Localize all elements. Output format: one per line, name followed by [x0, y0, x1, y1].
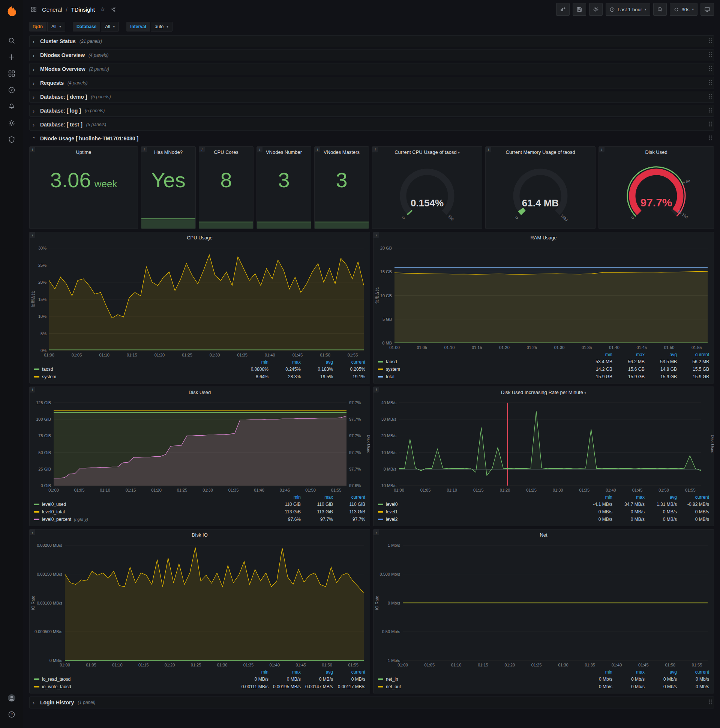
panel-title[interactable]: Current CPU Usage of taosd ▾ — [372, 147, 482, 157]
legend-column-header[interactable]: avg — [301, 359, 333, 365]
legend-series-name[interactable]: net_in — [378, 677, 580, 682]
panel-info-icon[interactable]: i — [372, 147, 378, 152]
configuration-gear-icon[interactable] — [3, 115, 20, 132]
legend-column-header[interactable]: current — [677, 495, 709, 500]
panel-info-icon[interactable]: i — [599, 147, 604, 152]
legend-column-header[interactable]: current — [333, 670, 365, 675]
cpu-usage-chart[interactable]: 0%5%10%15%20%25%30%01:0001:0501:1001:150… — [30, 243, 370, 359]
row-drag-handle[interactable] — [708, 52, 712, 59]
legend-column-header[interactable]: avg — [645, 352, 677, 357]
row-dnode-usage[interactable]: › DNode Usage [ huolinhe-TM1701:6030 ] — [29, 133, 714, 144]
legend-column-header[interactable]: min — [580, 495, 612, 500]
dashboard-row-collapsed[interactable]: › MNodes Overview (2 panels) — [29, 63, 714, 75]
variable-value-dropdown[interactable]: All▾ — [101, 22, 119, 32]
legend-column-header[interactable]: current — [333, 359, 365, 365]
legend-column-header[interactable]: max — [612, 352, 645, 357]
legend-column-header[interactable]: current — [677, 352, 709, 357]
grafana-logo[interactable] — [3, 3, 20, 20]
panel-title[interactable]: Has MNode? — [141, 147, 195, 158]
legend-series-name[interactable]: taosd — [34, 367, 236, 372]
panel-info-icon[interactable]: i — [30, 387, 35, 393]
panel-title[interactable]: VNodes Masters — [315, 147, 369, 158]
legend-series-name[interactable]: level1 — [378, 509, 580, 514]
legend-column-header[interactable]: max — [268, 359, 301, 365]
row-drag-handle[interactable] — [708, 135, 712, 142]
panel-title[interactable]: RAM Usage — [374, 232, 714, 243]
add-panel-button[interactable] — [556, 3, 570, 16]
legend-series-name[interactable]: net_out — [378, 684, 580, 689]
legend-series-name[interactable]: level0_percent (right-y) — [34, 517, 268, 522]
panel-info-icon[interactable]: i — [30, 232, 35, 238]
panel-title[interactable]: Uptime — [30, 147, 137, 158]
legend-column-header[interactable]: max — [301, 495, 333, 500]
disk-io-chart[interactable]: 0 MB/s0.000500 MB/s0.00100 MB/s0.00150 M… — [30, 541, 370, 669]
variable-value-dropdown[interactable]: auto▾ — [151, 22, 172, 32]
user-avatar[interactable] — [3, 690, 20, 706]
net-chart[interactable]: -1 Mb/s-0.50 Mb/s0 Mb/s0.500 Mb/s1 Mb/s0… — [374, 541, 714, 669]
dashboard-grid-icon[interactable] — [29, 5, 38, 14]
panel-info-icon[interactable]: i — [374, 529, 379, 535]
row-login-history[interactable]: › Login History (1 panel) — [29, 696, 714, 708]
panel-info-icon[interactable]: i — [141, 147, 147, 152]
legend-series-name[interactable]: taosd — [378, 359, 580, 364]
variable-value-dropdown[interactable]: All▾ — [47, 22, 65, 32]
row-drag-handle[interactable] — [708, 38, 712, 45]
dashboard-row-collapsed[interactable]: › Requests (4 panels) — [29, 77, 714, 89]
star-icon[interactable]: ☆ — [100, 6, 105, 13]
alerting-bell-icon[interactable] — [3, 98, 20, 115]
panel-info-icon[interactable]: i — [30, 529, 35, 535]
legend-column-header[interactable]: min — [580, 352, 612, 357]
row-drag-handle[interactable] — [708, 66, 712, 73]
legend-series-name[interactable]: level0 — [378, 502, 580, 507]
dashboard-settings-button[interactable] — [589, 3, 603, 16]
panel-title[interactable]: Net — [374, 529, 714, 541]
row-drag-handle[interactable] — [708, 80, 712, 87]
dashboard-row-collapsed[interactable]: › DNodes Overview (4 panels) — [29, 49, 714, 61]
legend-series-name[interactable]: level0_used — [34, 502, 268, 507]
legend-column-header[interactable]: current — [677, 670, 709, 675]
panel-title[interactable]: CPU Usage — [30, 232, 370, 243]
row-drag-handle[interactable] — [708, 93, 712, 101]
legend-series-name[interactable]: io_read_taosd — [34, 677, 236, 682]
tv-mode-button[interactable] — [700, 3, 714, 16]
dashboards-icon[interactable] — [3, 65, 20, 82]
legend-series-name[interactable]: system — [378, 367, 580, 372]
share-icon[interactable] — [109, 5, 118, 14]
legend-series-name[interactable]: io_write_taosd — [34, 684, 236, 689]
panel-title[interactable]: Current Memory Usage of taosd — [486, 147, 595, 157]
panel-title[interactable]: CPU Cores — [199, 147, 253, 158]
breadcrumb-section[interactable]: General — [42, 6, 62, 13]
dashboard-row-collapsed[interactable]: › Cluster Status (21 panels) — [29, 35, 714, 47]
panel-info-icon[interactable]: i — [374, 387, 379, 393]
legend-column-header[interactable]: avg — [301, 670, 333, 675]
legend-column-header[interactable]: max — [612, 495, 645, 500]
panel-info-icon[interactable]: i — [257, 147, 262, 152]
admin-shield-icon[interactable] — [3, 132, 20, 148]
zoom-out-button[interactable] — [653, 3, 667, 16]
explore-compass-icon[interactable] — [3, 82, 20, 98]
legend-column-header[interactable]: min — [580, 670, 612, 675]
panel-title[interactable]: Disk IO — [30, 529, 370, 541]
breadcrumb-page-title[interactable]: TDinsight — [71, 6, 95, 13]
panel-info-icon[interactable]: i — [315, 147, 320, 152]
legend-series-name[interactable]: level2 — [378, 517, 580, 522]
legend-column-header[interactable]: min — [268, 495, 301, 500]
legend-series-name[interactable]: system — [34, 374, 236, 379]
ram-usage-chart[interactable]: 0 MB5 GB10 GB15 GB20 GB01:0001:0501:1001… — [374, 243, 714, 351]
disk-rate-chart[interactable]: -10 MB/s0 MB/s10 MB/s20 MB/s30 MB/s40 MB… — [374, 398, 714, 494]
legend-column-header[interactable]: avg — [645, 495, 677, 500]
panel-title[interactable]: Disk Used — [30, 387, 370, 398]
row-drag-handle[interactable] — [708, 107, 712, 115]
search-icon[interactable] — [3, 32, 20, 49]
panel-title[interactable]: Disk Used Increasing Rate per Minute ▾ — [374, 387, 714, 398]
refresh-button[interactable]: 30s ▾ — [670, 3, 698, 16]
row-drag-handle[interactable] — [708, 121, 712, 128]
legend-column-header[interactable]: min — [236, 359, 268, 365]
legend-column-header[interactable]: current — [333, 495, 365, 500]
time-range-picker[interactable]: Last 1 hour ▾ — [606, 3, 650, 16]
panel-info-icon[interactable]: i — [199, 147, 205, 152]
legend-series-name[interactable]: level0_total — [34, 509, 268, 514]
help-icon[interactable]: ? — [3, 706, 20, 723]
disk-used-chart[interactable]: 0 GiB25 GiB50 GiB75 GiB100 GiB125 GiB97.… — [30, 398, 370, 494]
dashboard-row-collapsed[interactable]: › Database: [ test ] (5 panels) — [29, 119, 714, 131]
